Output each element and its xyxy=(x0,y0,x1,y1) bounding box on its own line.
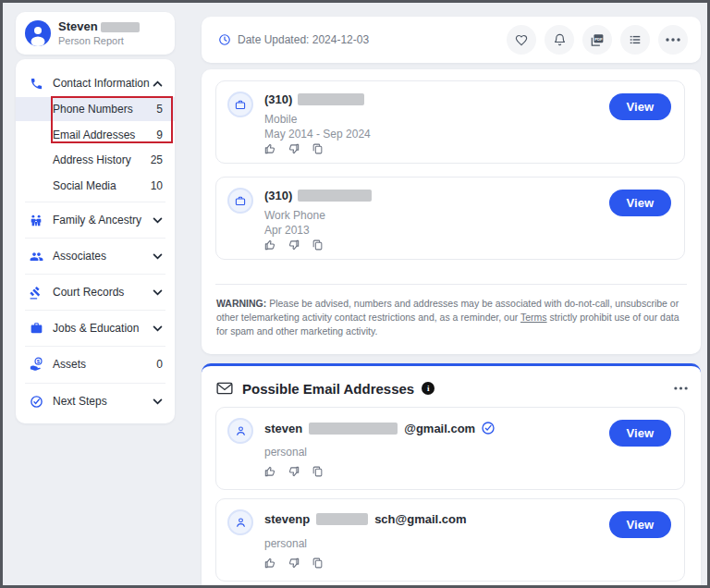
favorite-button[interactable] xyxy=(507,25,536,55)
verified-check-icon xyxy=(481,421,496,435)
thumbs-up-icon[interactable] xyxy=(263,465,276,478)
phone-number: (310) xyxy=(264,92,364,106)
report-type-label: Person Report xyxy=(58,35,124,46)
redacted-email-part xyxy=(309,423,398,435)
list-view-button[interactable] xyxy=(620,25,650,55)
email-addresses-count: 9 xyxy=(156,129,163,141)
more-options-button[interactable] xyxy=(658,25,688,55)
svg-text:PDF: PDF xyxy=(594,36,603,41)
phone-date-range: Apr 2013 xyxy=(264,224,310,237)
email-addresses-section: Possible Email Addresses i steven @gmail… xyxy=(202,363,701,588)
email-card: stevenp sch@gmail.com personal View xyxy=(215,498,685,582)
divider xyxy=(25,346,165,347)
email-section-header: Possible Email Addresses i xyxy=(216,377,688,399)
briefcase-icon xyxy=(28,322,44,335)
section-more-button[interactable] xyxy=(674,386,688,390)
thumbs-down-icon[interactable] xyxy=(288,239,300,251)
terms-link[interactable]: Terms xyxy=(520,312,547,323)
thumbs-down-icon[interactable] xyxy=(288,142,300,155)
download-pdf-button[interactable]: PDF xyxy=(582,25,612,55)
sidebar-item-court-records[interactable]: Court Records xyxy=(16,280,175,304)
sidebar-item-phone-numbers[interactable]: Phone Numbers 5 xyxy=(16,97,175,121)
copy-icon[interactable] xyxy=(312,239,324,251)
redacted-email-part xyxy=(316,513,368,525)
phone-type: Work Phone xyxy=(264,209,325,222)
bell-icon xyxy=(553,32,567,47)
report-toolbar: Date Updated: 2024-12-03 PDF xyxy=(202,17,701,63)
phone-date-range: May 2014 - Sep 2024 xyxy=(264,128,371,141)
sidebar-item-social-media[interactable]: Social Media 10 xyxy=(16,174,175,198)
thumbs-up-icon[interactable] xyxy=(263,557,276,570)
sidebar-item-email-addresses[interactable]: Email Addresses 9 xyxy=(16,123,175,147)
sidebar-item-address-history[interactable]: Address History 25 xyxy=(16,148,175,172)
avatar xyxy=(25,20,51,46)
chevron-up-icon xyxy=(153,80,163,87)
chevron-down-icon xyxy=(153,289,163,296)
email-type: personal xyxy=(264,446,307,459)
feedback-actions xyxy=(263,142,324,155)
phone-numbers-count: 5 xyxy=(156,103,163,116)
divider xyxy=(25,310,165,311)
copy-icon[interactable] xyxy=(312,557,324,570)
heart-icon xyxy=(514,33,529,47)
feedback-actions xyxy=(263,465,324,478)
thumbs-up-icon[interactable] xyxy=(263,239,276,251)
notifications-button[interactable] xyxy=(545,25,574,55)
chevron-down-icon xyxy=(153,253,163,260)
address-history-count: 25 xyxy=(151,153,163,166)
svg-text:$: $ xyxy=(36,359,40,364)
envelope-icon xyxy=(216,382,233,395)
divider xyxy=(25,202,165,202)
sidebar-item-family-ancestry[interactable]: Family & Ancestry xyxy=(16,208,175,232)
thumbs-down-icon[interactable] xyxy=(288,465,300,478)
ellipsis-icon xyxy=(674,386,688,390)
ellipsis-icon xyxy=(666,38,680,42)
sidebar-item-contact-information[interactable]: Contact Information xyxy=(16,71,175,95)
people-icon xyxy=(28,250,44,263)
info-icon[interactable]: i xyxy=(422,382,435,395)
profile-card: Steven Person Report xyxy=(16,12,175,55)
phone-type: Mobile xyxy=(264,113,297,126)
divider xyxy=(215,284,687,285)
sidebar-item-next-steps[interactable]: Next Steps xyxy=(16,389,175,413)
date-updated: Date Updated: 2024-12-03 xyxy=(218,33,369,46)
chevron-down-icon xyxy=(153,398,163,405)
copy-icon[interactable] xyxy=(312,465,324,478)
family-icon xyxy=(28,214,44,227)
email-address: steven @gmail.com xyxy=(264,421,496,435)
view-phone-button[interactable]: View xyxy=(609,190,671,216)
sidebar-item-jobs-education[interactable]: Jobs & Education xyxy=(16,316,175,340)
thumbs-down-icon[interactable] xyxy=(288,557,300,570)
redacted-last-name xyxy=(101,22,140,32)
history-clock-icon xyxy=(218,33,231,46)
redacted-phone-digits xyxy=(298,93,364,105)
person-outline-icon xyxy=(227,509,253,535)
telemarketing-warning: WARNING: Please be advised, numbers and … xyxy=(216,297,684,339)
assets-icon: $ xyxy=(28,357,44,372)
phone-card: (310) Work Phone Apr 2013 View xyxy=(215,177,685,260)
thumbs-up-icon[interactable] xyxy=(263,142,276,155)
view-email-button[interactable]: View xyxy=(609,420,671,447)
email-address: stevenp sch@gmail.com xyxy=(264,512,467,526)
feedback-actions xyxy=(263,557,324,570)
pdf-icon: PDF xyxy=(589,32,606,48)
redacted-phone-digits xyxy=(298,190,372,202)
work-briefcase-icon xyxy=(227,92,253,117)
check-circle-icon xyxy=(28,395,44,409)
copy-icon[interactable] xyxy=(312,142,324,155)
sidebar-nav: Contact Information Phone Numbers 5 Emai… xyxy=(16,59,175,423)
toolbar-actions: PDF xyxy=(507,25,688,55)
profile-name: Steven xyxy=(58,19,140,33)
sidebar-item-assets[interactable]: $ Assets 0 xyxy=(16,352,175,376)
view-email-button[interactable]: View xyxy=(609,511,671,538)
view-phone-button[interactable]: View xyxy=(609,93,671,120)
person-report-page: { "colors": { "primary_blue": "#2b57ee",… xyxy=(0,0,710,588)
work-briefcase-icon xyxy=(227,188,253,214)
divider xyxy=(25,238,165,239)
chevron-down-icon xyxy=(153,325,163,332)
person-outline-icon xyxy=(227,418,253,444)
phone-number: (310) xyxy=(264,189,372,202)
phone-icon xyxy=(28,77,44,91)
sidebar-item-associates[interactable]: Associates xyxy=(16,244,175,268)
phone-numbers-section: (310) Mobile May 2014 - Sep 2024 View (3… xyxy=(202,69,701,354)
